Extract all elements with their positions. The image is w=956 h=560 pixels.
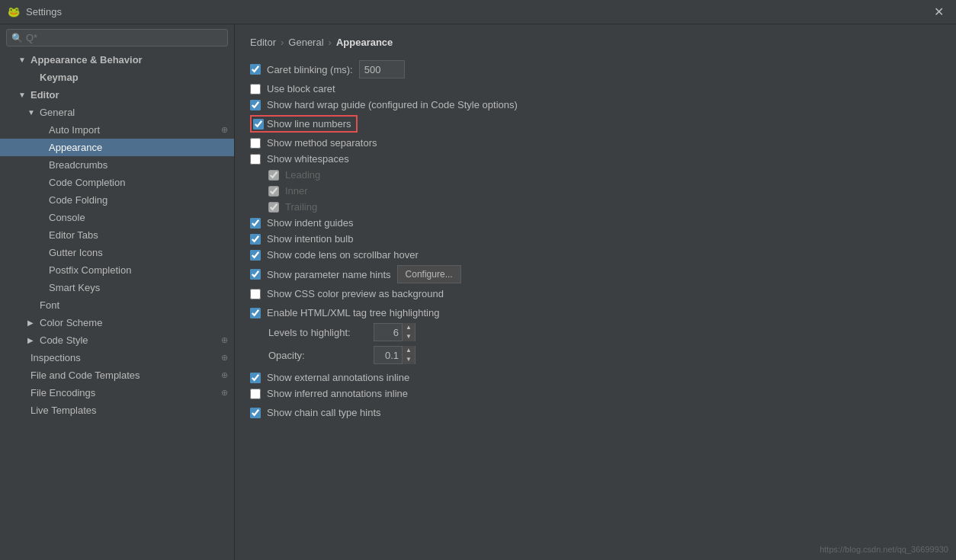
opacity-up-button[interactable]: ▲ xyxy=(403,346,415,355)
use-block-caret-checkbox[interactable] xyxy=(250,84,261,94)
show-code-lens-row: Show code lens on scrollbar hover xyxy=(250,249,941,261)
show-method-separators-label: Show method separators xyxy=(267,137,377,149)
show-code-lens-label: Show code lens on scrollbar hover xyxy=(267,249,419,261)
show-inferred-annotations-label: Show inferred annotations inline xyxy=(267,388,408,399)
sidebar-label: Appearance xyxy=(49,142,102,153)
sidebar-label: Font xyxy=(40,299,59,311)
spinner-arrows: ▲ ▼ xyxy=(402,323,415,341)
sidebar-label: Live Templates xyxy=(30,405,96,416)
sidebar-item-code-folding[interactable]: Code Folding xyxy=(0,191,234,209)
trailing-checkbox[interactable] xyxy=(268,202,279,213)
breadcrumb-current: Appearance xyxy=(336,37,393,48)
show-intention-bulb-row: Show intention bulb xyxy=(250,233,941,245)
sidebar-item-postfix-completion[interactable]: Postfix Completion xyxy=(0,261,234,279)
sidebar-item-editor[interactable]: ▼ Editor xyxy=(0,86,234,104)
breadcrumb-general: General xyxy=(288,37,323,48)
inner-checkbox[interactable] xyxy=(268,186,279,197)
sidebar-item-file-encodings[interactable]: File Encodings ⊕ xyxy=(0,384,234,402)
sidebar-item-color-scheme[interactable]: ▶ Color Scheme xyxy=(0,314,234,331)
sidebar-item-console[interactable]: Console xyxy=(0,209,234,226)
levels-highlight-row: Levels to highlight: ▲ ▼ xyxy=(250,323,941,341)
show-chain-call-label: Show chain call type hints xyxy=(267,407,381,418)
configure-button[interactable]: Configure... xyxy=(397,265,461,283)
sidebar-item-code-style[interactable]: ▶ Code Style ⊕ xyxy=(0,331,234,349)
search-box: 🔍 xyxy=(6,29,228,46)
levels-up-button[interactable]: ▲ xyxy=(403,323,415,332)
show-hard-wrap-checkbox[interactable] xyxy=(250,100,261,110)
trailing-label: Trailing xyxy=(285,201,317,213)
sidebar-item-appearance-behavior[interactable]: ▼ Appearance & Behavior xyxy=(0,51,234,69)
inner-row: Inner xyxy=(250,185,941,197)
sidebar-item-code-completion[interactable]: Code Completion xyxy=(0,174,234,191)
show-whitespaces-row: Show whitespaces xyxy=(250,153,941,165)
use-block-caret-row: Use block caret xyxy=(250,83,941,94)
sidebar-item-font[interactable]: Font xyxy=(0,296,234,314)
show-parameter-hints-checkbox[interactable] xyxy=(250,269,261,280)
search-icon: 🔍 xyxy=(11,33,23,43)
opacity-input[interactable] xyxy=(374,350,402,361)
app-logo: 🐸 xyxy=(8,6,20,18)
sidebar-item-smart-keys[interactable]: Smart Keys xyxy=(0,279,234,296)
show-inferred-annotations-checkbox[interactable] xyxy=(250,389,261,399)
sidebar: 🔍 ▼ Appearance & Behavior Keymap ▼ Edito… xyxy=(0,24,235,560)
levels-input[interactable] xyxy=(374,327,402,338)
sidebar-item-appearance[interactable]: Appearance xyxy=(0,139,234,156)
show-method-separators-checkbox[interactable] xyxy=(250,138,261,149)
show-line-numbers-label: Show line numbers xyxy=(264,117,354,131)
levels-down-button[interactable]: ▼ xyxy=(403,332,415,341)
sidebar-item-auto-import[interactable]: Auto Import ⊕ xyxy=(0,121,234,139)
show-chain-call-row: Show chain call type hints xyxy=(250,407,941,418)
caret-blinking-row: Caret blinking (ms): xyxy=(250,60,941,78)
show-parameter-hints-row: Show parameter name hints Configure... xyxy=(250,265,941,283)
sidebar-label: General xyxy=(40,107,75,118)
sidebar-item-breadcrumbs[interactable]: Breadcrumbs xyxy=(0,156,234,174)
sidebar-item-general[interactable]: ▼ General xyxy=(0,104,234,121)
sidebar-label: File and Code Templates xyxy=(30,370,140,381)
sidebar-item-inspections[interactable]: Inspections ⊕ xyxy=(0,349,234,366)
trailing-row: Trailing xyxy=(250,201,941,213)
enable-html-xml-row: Enable HTML/XML tag tree highlighting xyxy=(250,307,941,318)
search-input[interactable] xyxy=(26,32,223,43)
show-intention-bulb-label: Show intention bulb xyxy=(267,233,353,245)
opacity-spinner: ▲ ▼ xyxy=(374,346,415,364)
show-intention-bulb-checkbox[interactable] xyxy=(250,234,261,245)
sidebar-label: Inspections xyxy=(30,352,81,363)
expand-arrow: ▶ xyxy=(27,318,37,327)
opacity-label: Opacity: xyxy=(268,350,367,361)
show-indent-guides-row: Show indent guides xyxy=(250,217,941,229)
show-indent-guides-checkbox[interactable] xyxy=(250,218,261,229)
show-chain-call-checkbox[interactable] xyxy=(250,408,261,418)
breadcrumb-sep2: › xyxy=(329,37,332,48)
leading-checkbox[interactable] xyxy=(268,170,279,181)
expand-arrow: ▼ xyxy=(27,108,37,117)
enable-html-xml-checkbox[interactable] xyxy=(250,308,261,318)
sidebar-item-editor-tabs[interactable]: Editor Tabs xyxy=(0,226,234,244)
levels-spinner: ▲ ▼ xyxy=(374,323,415,341)
close-button[interactable]: ✕ xyxy=(929,3,948,21)
copy-icon: ⊕ xyxy=(221,335,228,345)
sidebar-item-live-templates[interactable]: Live Templates xyxy=(0,402,234,419)
sidebar-item-file-code-templates[interactable]: File and Code Templates ⊕ xyxy=(0,366,234,384)
show-hard-wrap-row: Show hard wrap guide (configured in Code… xyxy=(250,99,941,110)
caret-blinking-checkbox[interactable] xyxy=(250,64,261,75)
show-line-numbers-checkbox[interactable] xyxy=(253,119,264,130)
sidebar-item-gutter-icons[interactable]: Gutter Icons xyxy=(0,244,234,261)
expand-arrow: ▶ xyxy=(27,336,37,344)
show-whitespaces-checkbox[interactable] xyxy=(250,154,261,165)
caret-blinking-input[interactable] xyxy=(359,60,405,78)
show-code-lens-checkbox[interactable] xyxy=(250,250,261,261)
enable-html-xml-label: Enable HTML/XML tag tree highlighting xyxy=(267,307,439,318)
breadcrumb-sep1: › xyxy=(281,37,284,48)
opacity-down-button[interactable]: ▼ xyxy=(403,355,415,364)
show-line-numbers-highlight: Show line numbers xyxy=(250,115,358,133)
copy-icon: ⊕ xyxy=(221,125,228,135)
window-title: Settings xyxy=(26,6,62,18)
show-css-color-checkbox[interactable] xyxy=(250,289,261,299)
show-whitespaces-label: Show whitespaces xyxy=(267,153,349,165)
show-css-color-label: Show CSS color preview as background xyxy=(267,288,444,299)
title-bar: 🐸 Settings ✕ xyxy=(0,0,956,24)
sidebar-item-keymap[interactable]: Keymap xyxy=(0,69,234,86)
show-external-annotations-checkbox[interactable] xyxy=(250,373,261,383)
show-inferred-annotations-row: Show inferred annotations inline xyxy=(250,388,941,399)
use-block-caret-label: Use block caret xyxy=(267,83,335,94)
